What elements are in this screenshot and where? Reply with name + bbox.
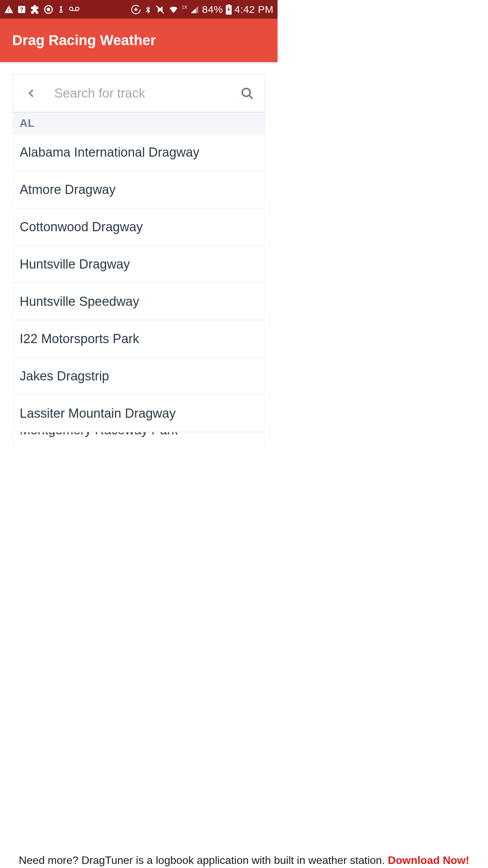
battery-charging-icon bbox=[226, 4, 232, 15]
list-item[interactable]: Jakes Dragstrip bbox=[13, 358, 265, 395]
list-item[interactable]: Lassiter Mountain Dragway bbox=[13, 395, 265, 432]
content: AL Alabama International Dragway Atmore … bbox=[0, 62, 278, 449]
track-name: Montgomery Raceway Park bbox=[20, 432, 178, 437]
network-1x-label: 1X bbox=[182, 4, 187, 10]
search-button[interactable] bbox=[240, 86, 255, 101]
add-circle-icon bbox=[131, 4, 141, 15]
svg-line-11 bbox=[156, 5, 164, 13]
status-left-icons: ? bbox=[4, 4, 80, 15]
search-icon bbox=[240, 86, 254, 100]
puzzle-icon bbox=[30, 4, 40, 15]
track-name: Cottonwood Dragway bbox=[20, 220, 143, 234]
list-item[interactable]: Huntsville Dragway bbox=[13, 246, 265, 283]
svg-text:?: ? bbox=[20, 6, 23, 12]
list-item[interactable]: I22 Motorsports Park bbox=[13, 320, 265, 358]
list-item[interactable]: Montgomery Raceway Park bbox=[13, 432, 265, 449]
app-title: Drag Racing Weather bbox=[12, 32, 156, 48]
help-card-icon: ? bbox=[17, 5, 26, 14]
chess-piece-icon bbox=[57, 4, 65, 15]
track-name: Huntsville Speedway bbox=[20, 294, 139, 309]
status-right-icons: 1X 84% 4:42 PM bbox=[131, 4, 273, 15]
track-name: Huntsville Dragway bbox=[20, 257, 130, 272]
warning-icon bbox=[4, 5, 14, 14]
clock: 4:42 PM bbox=[235, 4, 273, 15]
list-item[interactable]: Huntsville Speedway bbox=[13, 283, 265, 320]
list-item[interactable]: Atmore Dragway bbox=[13, 171, 265, 209]
list-item[interactable]: Alabama International Dragway bbox=[13, 134, 265, 171]
back-button[interactable] bbox=[22, 84, 41, 103]
track-name: Jakes Dragstrip bbox=[20, 369, 109, 383]
app-bar: Drag Racing Weather bbox=[0, 19, 278, 62]
track-name: Alabama International Dragway bbox=[20, 145, 199, 160]
svg-line-15 bbox=[249, 95, 252, 98]
bluetooth-icon bbox=[144, 4, 152, 15]
svg-point-4 bbox=[69, 7, 73, 11]
wifi-icon bbox=[168, 5, 179, 14]
battery-percent: 84% bbox=[202, 4, 223, 15]
svg-point-3 bbox=[47, 8, 50, 11]
track-name: I22 Motorsports Park bbox=[20, 332, 139, 346]
track-name: Lassiter Mountain Dragway bbox=[20, 406, 176, 421]
vibrate-mute-icon bbox=[155, 4, 165, 15]
search-box bbox=[13, 74, 265, 112]
track-list[interactable]: Alabama International Dragway Atmore Dra… bbox=[13, 134, 265, 449]
search-input[interactable] bbox=[41, 86, 240, 101]
list-item[interactable]: Cottonwood Dragway bbox=[13, 209, 265, 246]
chevron-left-icon bbox=[26, 86, 36, 101]
track-name: Atmore Dragway bbox=[20, 182, 116, 197]
svg-point-5 bbox=[76, 7, 79, 11]
status-bar: ? 1X 84% bbox=[0, 0, 278, 19]
voicemail-icon bbox=[68, 5, 80, 14]
target-icon bbox=[43, 4, 54, 15]
signal-icon bbox=[190, 5, 199, 14]
svg-rect-13 bbox=[227, 4, 230, 5]
section-header: AL bbox=[13, 112, 265, 134]
